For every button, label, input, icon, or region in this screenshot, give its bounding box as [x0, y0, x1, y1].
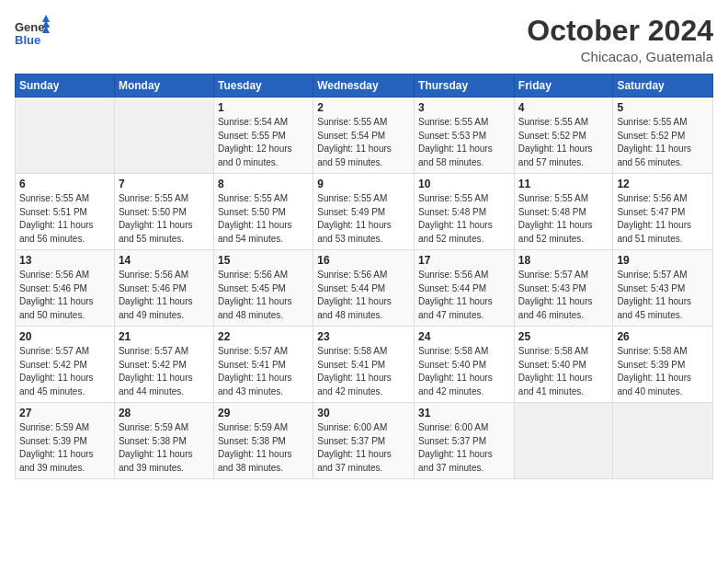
calendar-cell: 21Sunrise: 5:57 AM Sunset: 5:42 PM Dayli…	[114, 327, 213, 403]
day-detail: Sunrise: 5:57 AM Sunset: 5:43 PM Dayligh…	[617, 269, 709, 322]
month-title: October 2024	[527, 15, 713, 47]
day-detail: Sunrise: 5:56 AM Sunset: 5:45 PM Dayligh…	[218, 269, 309, 322]
calendar-cell	[114, 98, 213, 174]
calendar-cell	[613, 403, 713, 479]
weekday-header: Friday	[514, 75, 613, 98]
calendar-cell: 2Sunrise: 5:55 AM Sunset: 5:54 PM Daylig…	[313, 98, 415, 174]
day-number: 31	[418, 407, 510, 419]
calendar-cell: 20Sunrise: 5:57 AM Sunset: 5:42 PM Dayli…	[16, 327, 115, 403]
calendar-cell: 8Sunrise: 5:55 AM Sunset: 5:50 PM Daylig…	[213, 174, 313, 250]
day-detail: Sunrise: 6:00 AM Sunset: 5:37 PM Dayligh…	[317, 421, 410, 475]
day-number: 29	[218, 407, 309, 419]
calendar-week-row: 6Sunrise: 5:55 AM Sunset: 5:51 PM Daylig…	[16, 174, 713, 250]
day-detail: Sunrise: 5:58 AM Sunset: 5:40 PM Dayligh…	[518, 345, 609, 398]
day-number: 15	[218, 254, 309, 267]
day-number: 2	[317, 101, 410, 114]
calendar-cell: 28Sunrise: 5:59 AM Sunset: 5:38 PM Dayli…	[114, 403, 213, 479]
weekday-header: Thursday	[415, 75, 515, 98]
calendar-cell	[16, 98, 115, 174]
location: Chicacao, Guatemala	[527, 49, 713, 64]
day-number: 23	[317, 330, 410, 343]
calendar-cell: 16Sunrise: 5:56 AM Sunset: 5:44 PM Dayli…	[313, 250, 415, 327]
calendar-cell: 23Sunrise: 5:58 AM Sunset: 5:41 PM Dayli…	[313, 327, 415, 403]
day-detail: Sunrise: 5:55 AM Sunset: 5:54 PM Dayligh…	[317, 116, 410, 169]
day-number: 25	[518, 330, 609, 343]
day-detail: Sunrise: 5:55 AM Sunset: 5:50 PM Dayligh…	[218, 192, 309, 246]
day-number: 26	[617, 330, 709, 343]
calendar-cell: 26Sunrise: 5:58 AM Sunset: 5:39 PM Dayli…	[613, 327, 713, 403]
day-detail: Sunrise: 5:56 AM Sunset: 5:44 PM Dayligh…	[317, 269, 410, 322]
calendar-cell: 15Sunrise: 5:56 AM Sunset: 5:45 PM Dayli…	[213, 250, 313, 327]
day-detail: Sunrise: 5:55 AM Sunset: 5:48 PM Dayligh…	[418, 192, 510, 246]
calendar-cell: 12Sunrise: 5:56 AM Sunset: 5:47 PM Dayli…	[613, 174, 713, 250]
calendar-cell: 24Sunrise: 5:58 AM Sunset: 5:40 PM Dayli…	[415, 327, 515, 403]
day-detail: Sunrise: 5:57 AM Sunset: 5:41 PM Dayligh…	[218, 345, 309, 398]
calendar-week-row: 27Sunrise: 5:59 AM Sunset: 5:39 PM Dayli…	[16, 403, 713, 479]
day-detail: Sunrise: 5:55 AM Sunset: 5:50 PM Dayligh…	[119, 192, 210, 246]
calendar-cell: 18Sunrise: 5:57 AM Sunset: 5:43 PM Dayli…	[514, 250, 613, 327]
day-detail: Sunrise: 5:58 AM Sunset: 5:39 PM Dayligh…	[617, 345, 709, 398]
day-detail: Sunrise: 5:59 AM Sunset: 5:39 PM Dayligh…	[19, 421, 110, 475]
weekday-header: Saturday	[613, 75, 713, 98]
day-number: 30	[317, 407, 410, 419]
calendar-cell: 13Sunrise: 5:56 AM Sunset: 5:46 PM Dayli…	[16, 250, 115, 327]
day-detail: Sunrise: 5:57 AM Sunset: 5:42 PM Dayligh…	[19, 345, 110, 398]
day-number: 20	[19, 330, 110, 343]
day-number: 14	[119, 254, 210, 267]
calendar-cell: 4Sunrise: 5:55 AM Sunset: 5:52 PM Daylig…	[514, 98, 613, 174]
day-detail: Sunrise: 5:55 AM Sunset: 5:52 PM Dayligh…	[518, 116, 609, 169]
logo-icon: General Blue	[15, 15, 50, 50]
day-detail: Sunrise: 5:56 AM Sunset: 5:44 PM Dayligh…	[418, 269, 510, 322]
day-detail: Sunrise: 5:54 AM Sunset: 5:55 PM Dayligh…	[218, 116, 309, 169]
calendar-cell: 25Sunrise: 5:58 AM Sunset: 5:40 PM Dayli…	[514, 327, 613, 403]
calendar-week-row: 20Sunrise: 5:57 AM Sunset: 5:42 PM Dayli…	[16, 327, 713, 403]
day-detail: Sunrise: 5:58 AM Sunset: 5:40 PM Dayligh…	[418, 345, 510, 398]
day-detail: Sunrise: 5:56 AM Sunset: 5:47 PM Dayligh…	[617, 192, 709, 246]
calendar-cell: 14Sunrise: 5:56 AM Sunset: 5:46 PM Dayli…	[114, 250, 213, 327]
logo: General Blue	[15, 15, 50, 53]
day-number: 6	[19, 178, 110, 190]
calendar-cell: 30Sunrise: 6:00 AM Sunset: 5:37 PM Dayli…	[313, 403, 415, 479]
day-number: 18	[518, 254, 609, 267]
calendar-cell: 1Sunrise: 5:54 AM Sunset: 5:55 PM Daylig…	[213, 98, 313, 174]
day-number: 24	[418, 330, 510, 343]
calendar-cell: 27Sunrise: 5:59 AM Sunset: 5:39 PM Dayli…	[16, 403, 115, 479]
day-number: 11	[518, 178, 609, 190]
calendar-cell	[514, 403, 613, 479]
day-number: 7	[119, 178, 210, 190]
svg-text:Blue: Blue	[15, 33, 40, 47]
calendar-cell: 22Sunrise: 5:57 AM Sunset: 5:41 PM Dayli…	[213, 327, 313, 403]
day-detail: Sunrise: 5:55 AM Sunset: 5:49 PM Dayligh…	[317, 192, 410, 246]
calendar-cell: 3Sunrise: 5:55 AM Sunset: 5:53 PM Daylig…	[415, 98, 515, 174]
calendar-cell: 29Sunrise: 5:59 AM Sunset: 5:38 PM Dayli…	[213, 403, 313, 479]
header: General Blue October 2024 Chicacao, Guat…	[15, 15, 713, 64]
day-detail: Sunrise: 5:57 AM Sunset: 5:42 PM Dayligh…	[119, 345, 210, 398]
day-number: 1	[218, 101, 309, 114]
day-detail: Sunrise: 5:56 AM Sunset: 5:46 PM Dayligh…	[119, 269, 210, 322]
title-block: October 2024 Chicacao, Guatemala	[527, 15, 713, 64]
day-detail: Sunrise: 5:55 AM Sunset: 5:53 PM Dayligh…	[418, 116, 510, 169]
day-number: 4	[518, 101, 609, 114]
day-number: 3	[418, 101, 510, 114]
day-number: 5	[617, 101, 709, 114]
day-number: 9	[317, 178, 410, 190]
weekday-header: Sunday	[16, 75, 115, 98]
day-detail: Sunrise: 5:55 AM Sunset: 5:51 PM Dayligh…	[19, 192, 110, 246]
calendar-cell: 19Sunrise: 5:57 AM Sunset: 5:43 PM Dayli…	[613, 250, 713, 327]
calendar-cell: 7Sunrise: 5:55 AM Sunset: 5:50 PM Daylig…	[114, 174, 213, 250]
calendar-cell: 5Sunrise: 5:55 AM Sunset: 5:52 PM Daylig…	[613, 98, 713, 174]
day-detail: Sunrise: 5:56 AM Sunset: 5:46 PM Dayligh…	[19, 269, 110, 322]
page: General Blue October 2024 Chicacao, Guat…	[0, 0, 728, 563]
calendar: SundayMondayTuesdayWednesdayThursdayFrid…	[15, 74, 713, 479]
calendar-week-row: 13Sunrise: 5:56 AM Sunset: 5:46 PM Dayli…	[16, 250, 713, 327]
weekday-header: Tuesday	[213, 75, 313, 98]
calendar-cell: 6Sunrise: 5:55 AM Sunset: 5:51 PM Daylig…	[16, 174, 115, 250]
calendar-week-row: 1Sunrise: 5:54 AM Sunset: 5:55 PM Daylig…	[16, 98, 713, 174]
day-detail: Sunrise: 5:55 AM Sunset: 5:52 PM Dayligh…	[617, 116, 709, 169]
day-detail: Sunrise: 6:00 AM Sunset: 5:37 PM Dayligh…	[418, 421, 510, 475]
calendar-header-row: SundayMondayTuesdayWednesdayThursdayFrid…	[16, 75, 713, 98]
day-number: 28	[119, 407, 210, 419]
day-detail: Sunrise: 5:59 AM Sunset: 5:38 PM Dayligh…	[218, 421, 309, 475]
day-number: 21	[119, 330, 210, 343]
day-number: 13	[19, 254, 110, 267]
